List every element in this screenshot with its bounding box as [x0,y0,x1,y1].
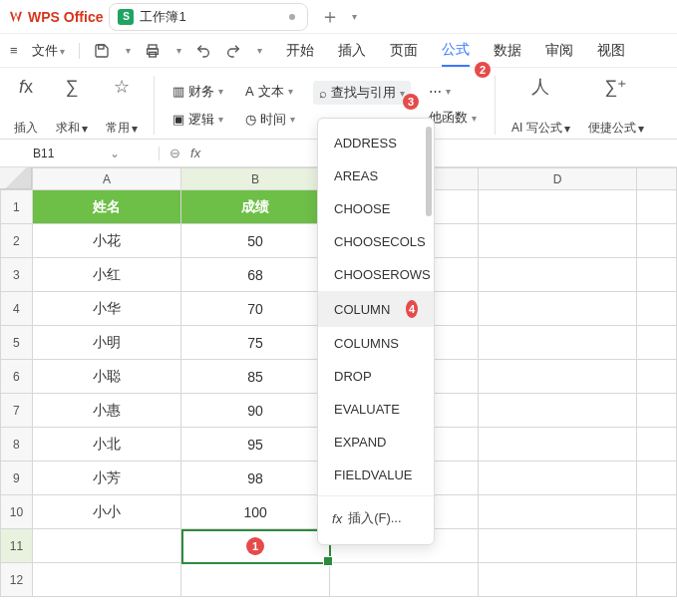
ai-formula-button[interactable]: 人 AI 写公式▾ [506,74,576,137]
function-item-address[interactable]: ADDRESS [318,127,434,159]
cell[interactable] [637,428,677,462]
menu-icon[interactable]: ≡ [10,43,18,58]
cell[interactable]: 小聪 [32,360,180,394]
cell[interactable]: 小北 [32,428,180,462]
cell[interactable]: 68 [180,258,329,292]
cell[interactable] [330,563,479,597]
function-item-evaluate[interactable]: EVALUATE [318,393,434,426]
cell[interactable] [32,529,180,563]
row-header[interactable]: 11 [1,529,33,563]
function-item-choose[interactable]: CHOOSE [318,192,434,225]
fx-icon[interactable]: fx [190,146,200,160]
col-header-b[interactable]: B [180,168,329,190]
quick-formula-button[interactable]: ∑⁺ 便捷公式▾ [582,74,650,137]
cell[interactable]: 小红 [32,258,180,292]
tab-start[interactable]: 开始 [286,36,314,66]
cell[interactable]: 70 [180,292,329,326]
cell[interactable]: 98 [180,462,329,495]
tab-review[interactable]: 审阅 [545,36,573,66]
tab-page[interactable]: 页面 [390,36,418,66]
tab-data[interactable]: 数据 [494,36,521,66]
row-header[interactable]: 2 [1,224,33,258]
cell[interactable]: 小芳 [32,462,180,495]
select-all-corner[interactable] [0,167,32,189]
cell[interactable] [479,394,637,428]
cell[interactable]: 小华 [32,292,180,326]
cell[interactable] [479,428,637,462]
cell[interactable]: 1 [180,529,329,563]
cell[interactable] [637,394,677,428]
cell[interactable] [637,360,677,394]
row-header[interactable]: 6 [1,360,33,394]
document-tab[interactable]: S 工作簿1 [109,3,308,31]
time-functions-button[interactable]: ◷时间▾ [241,109,299,131]
cell[interactable] [479,563,637,597]
math-functions-button[interactable]: ⋯▾ [425,82,481,101]
row-header[interactable]: 8 [1,428,33,462]
logic-functions-button[interactable]: ▣逻辑▾ [169,109,227,131]
cell[interactable] [479,292,637,326]
tab-menu-chevron-icon[interactable]: ▾ [352,11,357,22]
cell[interactable] [479,462,637,495]
function-item-areas[interactable]: AREAS [318,159,434,192]
cell[interactable]: 小惠 [32,394,180,428]
text-functions-button[interactable]: A文本▾ [241,81,299,103]
cell[interactable]: 85 [180,360,329,394]
tab-formula[interactable]: 公式 [442,35,470,67]
tab-insert[interactable]: 插入 [338,36,366,66]
row-header[interactable]: 1 [1,190,33,224]
insert-function-menu-item[interactable]: fx 插入(F)... [318,500,434,536]
cell[interactable] [637,495,677,529]
cell[interactable] [32,563,180,597]
function-item-expand[interactable]: EXPAND [318,426,434,459]
cell[interactable]: 75 [180,326,329,360]
cell[interactable]: 小花 [32,224,180,258]
save-more-icon[interactable]: ▾ [126,45,131,56]
row-header[interactable]: 7 [1,394,33,428]
row-header[interactable]: 3 [1,258,33,292]
print-more-icon[interactable]: ▾ [176,45,181,56]
cell[interactable] [479,258,637,292]
new-tab-button[interactable]: ＋ [314,3,346,30]
cell[interactable] [479,529,637,563]
scrollbar[interactable] [426,127,432,216]
save-icon[interactable] [94,43,110,59]
cell[interactable]: 50 [180,224,329,258]
row-header[interactable]: 9 [1,462,33,495]
cell[interactable]: 100 [180,495,329,529]
cell[interactable]: 姓名 [32,190,180,224]
cell[interactable] [637,529,677,563]
cell[interactable]: 小明 [32,326,180,360]
tab-view[interactable]: 视图 [597,36,625,66]
row-header[interactable]: 12 [1,563,33,597]
file-menu[interactable]: 文件▾ [32,42,65,60]
redo-icon[interactable] [225,43,241,59]
cell[interactable] [637,258,677,292]
insert-function-button[interactable]: fx 插入 [8,74,44,137]
cell[interactable] [637,190,677,224]
autosum-button[interactable]: ∑ 求和▾ [50,74,94,137]
function-item-choosecols[interactable]: CHOOSECOLS [318,225,434,258]
finance-functions-button[interactable]: ▥财务▾ [169,81,227,103]
cell[interactable] [637,326,677,360]
print-icon[interactable] [145,43,161,59]
cell[interactable] [479,224,637,258]
cell[interactable] [180,563,329,597]
col-header-d[interactable]: D [479,168,637,190]
cell[interactable]: 90 [180,394,329,428]
row-header[interactable]: 10 [1,495,33,529]
cell[interactable] [479,495,637,529]
cell[interactable] [637,224,677,258]
cell[interactable] [479,326,637,360]
cell[interactable] [637,563,677,597]
row-header[interactable]: 5 [1,326,33,360]
quickaccess-more-icon[interactable]: ▾ [257,45,262,56]
cell[interactable] [479,360,637,394]
cell[interactable]: 小小 [32,495,180,529]
cell[interactable]: 95 [180,428,329,462]
name-box[interactable]: B11 ⌄ [0,147,160,160]
cell[interactable]: 成绩 [180,190,329,224]
cell[interactable] [637,462,677,495]
cancel-formula-icon[interactable]: ⊖ [169,146,180,160]
function-item-drop[interactable]: DROP [318,360,434,393]
